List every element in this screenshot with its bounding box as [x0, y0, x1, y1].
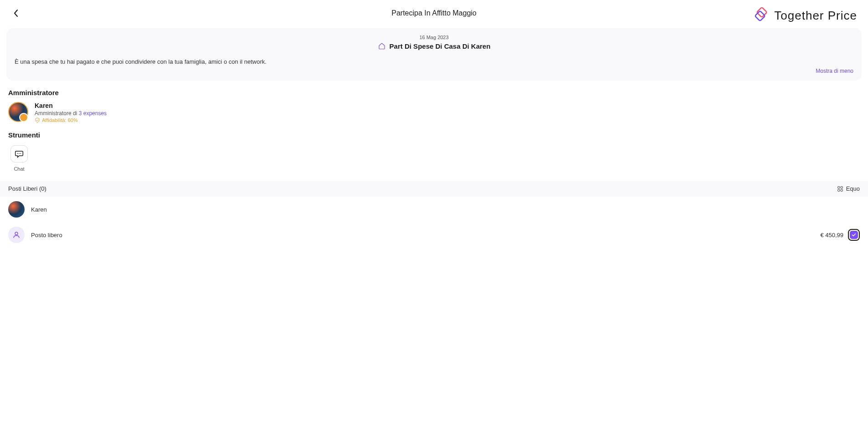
slots-mode-label: Equo	[846, 185, 860, 192]
svg-point-2	[17, 153, 18, 154]
slots-mode-toggle[interactable]: Equo	[837, 185, 860, 192]
logo-text: Together Price	[774, 9, 857, 23]
svg-rect-6	[841, 186, 842, 188]
svg-point-4	[21, 153, 21, 154]
slot-name: Karen	[31, 206, 47, 213]
back-button[interactable]	[11, 8, 21, 18]
slot-row-free: Posto libero € 450,99	[0, 222, 868, 248]
admin-section-label: Amministratore	[8, 89, 860, 96]
info-title-row: Part Di Spese Di Casa Di Karen	[15, 42, 853, 50]
admin-name: Karen	[35, 102, 107, 109]
info-date: 16 Mag 2023	[15, 35, 853, 40]
chat-icon-box	[10, 145, 28, 162]
avatar[interactable]	[8, 201, 25, 218]
free-slot-avatar	[8, 227, 25, 243]
header: Partecipa In Affitto Maggio Together Pri…	[0, 0, 868, 28]
page-title: Partecipa In Affitto Maggio	[391, 9, 476, 17]
slot-price: € 450,99	[820, 232, 843, 238]
svg-rect-8	[841, 189, 842, 191]
slot-name: Posto libero	[31, 232, 62, 238]
shield-check-icon	[35, 117, 40, 123]
person-icon	[12, 231, 21, 239]
slots-header: Posti Liberi (0) Equo	[0, 181, 868, 197]
chat-tool[interactable]: Chat	[8, 145, 30, 172]
slot-left: Karen	[8, 201, 47, 218]
info-description: È una spesa che tu hai pagato e che puoi…	[15, 58, 853, 65]
svg-point-9	[15, 232, 18, 235]
admin-row: Karen Amministratore di 3 expenses Affid…	[8, 102, 860, 123]
tools-section: Strumenti Chat	[0, 123, 868, 172]
admin-expenses-link[interactable]: 3 expenses	[79, 110, 107, 117]
show-less-link[interactable]: Mostra di meno	[816, 68, 853, 74]
grid-icon	[837, 186, 843, 192]
info-title: Part Di Spese Di Casa Di Karen	[390, 42, 491, 50]
chat-icon	[15, 149, 24, 158]
check-icon	[851, 232, 857, 238]
info-card: 16 Mag 2023 Part Di Spese Di Casa Di Kar…	[6, 28, 862, 81]
svg-rect-7	[837, 189, 839, 191]
tools-section-label: Strumenti	[8, 131, 860, 139]
chevron-left-icon	[13, 9, 19, 17]
tools-row: Chat	[8, 145, 860, 172]
slot-left: Posto libero	[8, 227, 62, 243]
slot-right: € 450,99	[820, 229, 860, 241]
logo-icon	[753, 7, 770, 24]
admin-subtitle: Amministratore di 3 expenses	[35, 110, 107, 117]
admin-section: Amministratore Karen Amministratore di 3…	[0, 81, 868, 123]
admin-reliability-badge: Affidabilità: 60%	[35, 117, 107, 123]
slots-count-label: Posti Liberi (0)	[8, 185, 46, 192]
chat-tool-label: Chat	[14, 166, 24, 172]
svg-point-3	[19, 153, 20, 154]
admin-info: Karen Amministratore di 3 expenses Affid…	[35, 102, 107, 123]
admin-sub-prefix: Amministratore di	[35, 110, 79, 117]
checkbox-checked	[850, 231, 858, 239]
admin-badge-text: Affidabilità: 60%	[42, 117, 78, 123]
svg-rect-5	[837, 186, 839, 188]
house-icon	[378, 42, 386, 50]
logo: Together Price	[753, 7, 857, 24]
slot-checkbox[interactable]	[848, 229, 860, 241]
show-less-row: Mostra di meno	[15, 68, 853, 74]
admin-avatar[interactable]	[8, 102, 28, 122]
slot-row-karen: Karen	[0, 197, 868, 222]
